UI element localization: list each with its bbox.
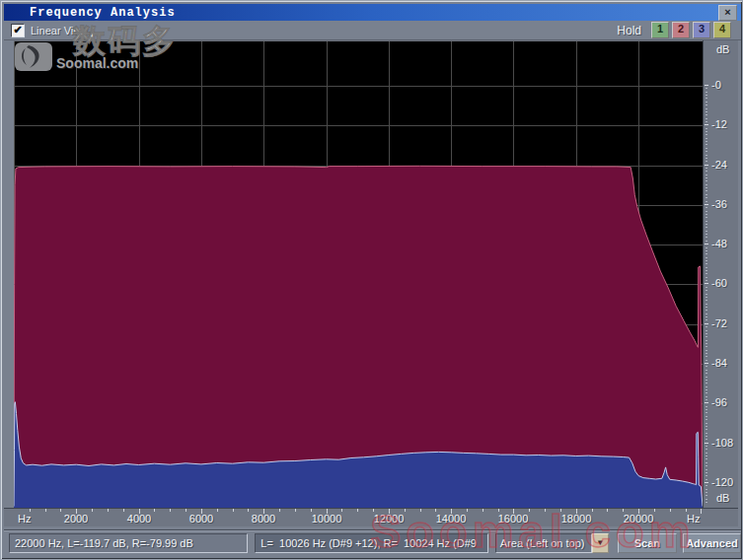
spectrum-chart[interactable] <box>14 41 703 509</box>
db-major-tick <box>705 323 708 324</box>
db-major-tick <box>705 204 708 205</box>
db-minor-tick <box>706 171 707 172</box>
cursor-readout: 22000 Hz, L=-119.7 dB, R=-79.99 dB <box>9 533 248 553</box>
db-major-tick <box>705 363 708 364</box>
db-tick-label: -96 <box>711 396 727 408</box>
hz-tick-label: 16000 <box>498 513 529 525</box>
db-minor-tick <box>706 409 707 410</box>
db-minor-tick <box>706 88 707 89</box>
hz-minor-tick <box>45 509 46 512</box>
hz-minor-tick <box>357 509 358 512</box>
db-minor-tick <box>706 453 707 454</box>
db-minor-tick <box>706 366 707 367</box>
hz-minor-tick <box>123 509 124 512</box>
hz-minor-tick <box>498 509 499 512</box>
hz-minor-tick <box>373 509 374 512</box>
db-minor-tick <box>706 353 707 354</box>
control-bar: ✔ Linear View Hold 1234 <box>4 21 741 40</box>
db-minor-tick <box>706 270 707 271</box>
db-minor-tick <box>706 260 707 261</box>
db-minor-tick <box>706 426 707 427</box>
db-minor-tick <box>706 214 707 215</box>
hz-minor-tick <box>420 509 421 512</box>
db-minor-tick <box>706 412 707 413</box>
db-minor-tick <box>706 121 707 122</box>
db-tick-label: -24 <box>711 159 727 171</box>
db-minor-tick <box>706 356 707 357</box>
frequency-plot[interactable]: 数码多 Soomal.com <box>14 40 703 509</box>
db-minor-tick <box>706 383 707 384</box>
db-minor-tick <box>706 336 707 337</box>
hz-minor-tick <box>529 509 530 512</box>
db-minor-tick <box>706 314 707 315</box>
db-minor-tick <box>706 386 707 387</box>
chevron-down-icon[interactable]: ▼ <box>592 533 609 553</box>
advanced-button[interactable]: Advanced <box>683 533 741 553</box>
hz-minor-tick <box>154 509 155 512</box>
hold-group: Hold 1234 <box>617 22 731 38</box>
db-minor-tick <box>706 475 707 476</box>
db-major-tick <box>705 443 708 444</box>
db-minor-tick <box>706 131 707 132</box>
linear-view-checkbox[interactable]: ✔ <box>11 24 25 37</box>
db-minor-tick <box>706 502 707 503</box>
db-minor-tick <box>706 495 707 496</box>
db-minor-tick <box>706 472 707 473</box>
hold-label: Hold <box>617 24 641 37</box>
db-minor-tick <box>706 462 707 463</box>
db-minor-tick <box>706 429 707 430</box>
close-icon[interactable]: × <box>718 5 737 21</box>
hz-tick-label: 8000 <box>252 513 275 525</box>
db-minor-tick <box>706 118 707 119</box>
hz-tick-label: 10000 <box>312 513 342 525</box>
db-minor-tick <box>706 479 707 480</box>
scan-button[interactable]: Scan <box>618 533 677 553</box>
db-minor-tick <box>706 184 707 185</box>
db-tick-label: -72 <box>711 317 727 329</box>
db-minor-tick <box>706 436 707 437</box>
db-minor-tick <box>706 98 707 99</box>
db-minor-tick <box>706 234 707 235</box>
linear-view-label: Linear View <box>31 25 87 36</box>
db-minor-tick <box>706 370 707 371</box>
db-minor-tick <box>706 92 707 93</box>
hz-minor-tick <box>686 509 687 512</box>
db-minor-tick <box>706 489 707 490</box>
frequency-analysis-window: Frequency Analysis × ✔ Linear View Hold … <box>0 0 743 560</box>
db-minor-tick <box>706 290 707 291</box>
db-tick-label: -84 <box>711 357 727 369</box>
title-bar[interactable]: Frequency Analysis × <box>4 4 741 21</box>
db-minor-tick <box>706 102 707 103</box>
db-minor-tick <box>706 304 707 305</box>
db-minor-tick <box>706 373 707 374</box>
db-minor-tick <box>706 217 707 218</box>
db-minor-tick <box>706 161 707 162</box>
db-minor-tick <box>706 257 707 258</box>
hold-button-1[interactable]: 1 <box>651 22 669 38</box>
area-mode-dropdown[interactable]: Area (Left on top) ▼ <box>495 533 609 553</box>
hold-button-4[interactable]: 4 <box>713 22 731 38</box>
area-mode-value[interactable]: Area (Left on top) <box>495 533 592 553</box>
hold-button-3[interactable]: 3 <box>693 22 710 38</box>
window-title: Frequency Analysis <box>30 6 176 20</box>
db-minor-tick <box>706 263 707 264</box>
hold-button-2[interactable]: 2 <box>672 22 690 38</box>
db-minor-tick <box>706 224 707 225</box>
db-minor-tick <box>706 446 707 447</box>
db-minor-tick <box>706 360 707 361</box>
db-minor-tick <box>706 207 707 208</box>
hz-minor-tick <box>233 509 234 512</box>
db-minor-tick <box>706 499 707 500</box>
db-minor-tick <box>706 423 707 424</box>
db-minor-tick <box>706 333 707 334</box>
db-major-tick <box>705 244 708 245</box>
hz-tick-label: 2000 <box>64 513 88 525</box>
db-minor-tick <box>706 433 707 434</box>
db-tick-label: -36 <box>711 198 727 210</box>
db-minor-tick <box>706 287 707 288</box>
hz-axis: Hz Hz 2000400060008000100001200014000160… <box>4 508 738 526</box>
db-minor-tick <box>706 138 707 139</box>
status-bar: 22000 Hz, L=-119.7 dB, R=-79.99 dB L= 10… <box>4 529 741 556</box>
db-minor-tick <box>706 380 707 381</box>
db-minor-tick <box>706 449 707 450</box>
